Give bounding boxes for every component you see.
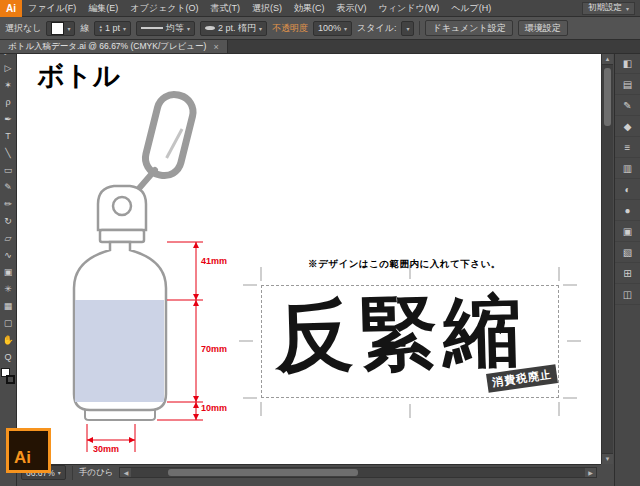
carabiner-shape — [142, 91, 197, 179]
stroke-chip[interactable] — [6, 375, 15, 384]
chevron-down-icon: ▾ — [123, 25, 126, 32]
status-bar: 66.67% ▾ 手のひら ◀ ▶ — [17, 464, 601, 480]
direct-selection-tool[interactable]: ▷ — [0, 59, 16, 76]
width-tool[interactable]: ∿ — [0, 246, 16, 263]
layers-panel-icon[interactable]: ▧ — [615, 242, 640, 263]
brush-definition-select[interactable]: 2 pt. 楕円 ▾ — [200, 21, 267, 36]
menu-file[interactable]: ファイル(F) — [22, 0, 82, 16]
scroll-left-icon[interactable]: ◀ — [120, 468, 131, 477]
preferences-button[interactable]: 環境設定 — [518, 20, 568, 36]
artboard-tool[interactable]: ▢ — [0, 314, 16, 331]
graph-tool[interactable]: ▦ — [0, 297, 16, 314]
opacity-select[interactable]: 100% ▾ — [313, 21, 352, 36]
paintbrush-tool[interactable]: ✎ — [0, 178, 16, 195]
opacity-link[interactable]: 不透明度 — [272, 22, 308, 35]
document-tab[interactable]: ボトル入稿データ.ai @ 66.67% (CMYK/プレビュー) × — [0, 40, 228, 53]
stroke-profile-icon — [141, 27, 163, 29]
zoom-tool[interactable]: Q — [0, 348, 16, 365]
menu-window[interactable]: ウィンドウ(W) — [373, 0, 446, 16]
artboard[interactable]: ボトル 41mm 70mm 10mm 30mm ※デザインはこの範囲内に入れて下… — [17, 54, 601, 464]
selection-status: 選択なし — [5, 22, 41, 35]
brush-preview-icon — [205, 26, 215, 30]
line-segment-tool[interactable]: ╲ — [0, 144, 16, 161]
workspace-switcher[interactable]: 初期設定 ▾ — [582, 2, 635, 15]
scroll-down-icon[interactable]: ▼ — [602, 453, 613, 464]
chevron-down-icon: ▾ — [626, 5, 629, 12]
dimension-label-area: 70mm — [201, 344, 227, 354]
pen-tool[interactable]: ✒ — [0, 110, 16, 127]
gradient-panel-icon[interactable]: ▥ — [615, 158, 640, 179]
separator — [72, 466, 73, 480]
menu-bar: Ai ファイル(F) 編集(E) オブジェクト(O) 書式(T) 選択(S) 効… — [0, 0, 640, 17]
fill-color-picker[interactable]: ▾ — [46, 21, 75, 36]
type-tool[interactable]: T — [0, 127, 16, 144]
horizontal-scrollbar[interactable]: ◀ ▶ — [119, 467, 597, 478]
menu-select[interactable]: 選択(S) — [246, 0, 288, 16]
symbol-sprayer-tool[interactable]: ✳ — [0, 280, 16, 297]
stroke-panel-icon[interactable]: ≡ — [615, 137, 640, 158]
lasso-tool[interactable]: ρ — [0, 93, 16, 110]
horizontal-scroll-track[interactable] — [131, 468, 585, 477]
scroll-right-icon[interactable]: ▶ — [585, 468, 596, 477]
brush-name: 2 pt. 楕円 — [218, 22, 256, 35]
chevron-down-icon: ▾ — [187, 25, 190, 32]
bottle-cap-shape — [98, 186, 146, 242]
brushes-panel-icon[interactable]: ✎ — [615, 95, 640, 116]
vertical-scroll-thumb[interactable] — [604, 68, 611, 126]
style-label: スタイル: — [357, 22, 396, 35]
graphic-styles-panel-icon[interactable]: ▣ — [615, 221, 640, 242]
current-tool-status: 手のひら — [79, 467, 114, 479]
dimension-width: 30mm — [93, 444, 119, 454]
menu-edit[interactable]: 編集(E) — [82, 0, 124, 16]
stroke-width-select[interactable]: ▴ ▾ 1 pt ▾ — [94, 21, 131, 36]
vertical-scrollbar[interactable]: ▲ ▼ — [601, 54, 613, 464]
style-select[interactable]: ▾ — [401, 21, 414, 36]
label-area-shape — [75, 300, 164, 402]
stroke-width-value: 1 pt — [105, 23, 120, 33]
fill-color-chip — [51, 22, 64, 35]
hand-tool[interactable]: ✋ — [0, 331, 16, 348]
chevron-down-icon: ▾ — [344, 25, 347, 32]
illustrator-badge-logo: Ai — [6, 428, 51, 473]
menu-type[interactable]: 書式(T) — [205, 0, 247, 16]
chevron-down-icon: ▾ — [259, 25, 262, 32]
separator — [419, 21, 420, 35]
menu-object[interactable]: オブジェクト(O) — [124, 0, 204, 16]
chevron-down-icon: ▾ — [67, 25, 70, 32]
rotate-tool[interactable]: ↻ — [0, 212, 16, 229]
tools-panel: ▶ ▷ ✶ ρ ✒ T ╲ ▭ ✎ ✏ ↻ ▱ ∿ ▣ ✳ ▦ ▢ ✋ Q — [0, 40, 17, 486]
chevron-down-icon: ▾ — [406, 25, 409, 32]
close-icon[interactable]: × — [213, 42, 218, 52]
pathfinder-panel-icon[interactable]: ◫ — [615, 284, 640, 305]
workspace-label: 初期設定 — [588, 2, 622, 14]
transparency-panel-icon[interactable]: ◐ — [615, 179, 640, 200]
menu-effect[interactable]: 効果(C) — [288, 0, 331, 16]
stepper-down-icon: ▾ — [99, 28, 102, 32]
fill-stroke-chips[interactable] — [1, 368, 15, 384]
color-panel-icon[interactable]: ◧ — [615, 53, 640, 74]
calligraphy-text: 反緊縮 — [274, 290, 560, 375]
scale-tool[interactable]: ▱ — [0, 229, 16, 246]
menu-view[interactable]: 表示(V) — [331, 0, 373, 16]
symbols-panel-icon[interactable]: ◆ — [615, 116, 640, 137]
free-transform-tool[interactable]: ▣ — [0, 263, 16, 280]
panel-dock: « ◧ ▤ ✎ ◆ ≡ ▥ ◐ ● ▣ ▧ ⊞ ◫ — [614, 40, 640, 486]
align-panel-icon[interactable]: ⊞ — [615, 263, 640, 284]
document-setup-button[interactable]: ドキュメント設定 — [425, 20, 512, 36]
pencil-tool[interactable]: ✏ — [0, 195, 16, 212]
horizontal-scroll-thumb[interactable] — [168, 469, 358, 476]
width-profile-select[interactable]: 均等 ▾ — [136, 21, 195, 36]
rectangle-tool[interactable]: ▭ — [0, 161, 16, 178]
design-area-note: ※デザインはこの範囲内に入れて下さい。 — [308, 258, 501, 271]
menu-help[interactable]: ヘルプ(H) — [445, 0, 497, 16]
document-tab-title: ボトル入稿データ.ai @ 66.67% (CMYK/プレビュー) — [8, 41, 206, 53]
magic-wand-tool[interactable]: ✶ — [0, 76, 16, 93]
dimension-upper: 41mm — [201, 256, 227, 266]
illustrator-logo-icon: Ai — [0, 0, 22, 17]
appearance-panel-icon[interactable]: ● — [615, 200, 640, 221]
stroke-width-stepper[interactable]: ▴ ▾ — [99, 24, 102, 32]
width-profile-value: 均等 — [166, 22, 184, 35]
swatches-panel-icon[interactable]: ▤ — [615, 74, 640, 95]
stroke-label: 線 — [80, 22, 89, 35]
scroll-up-icon[interactable]: ▲ — [602, 54, 613, 65]
